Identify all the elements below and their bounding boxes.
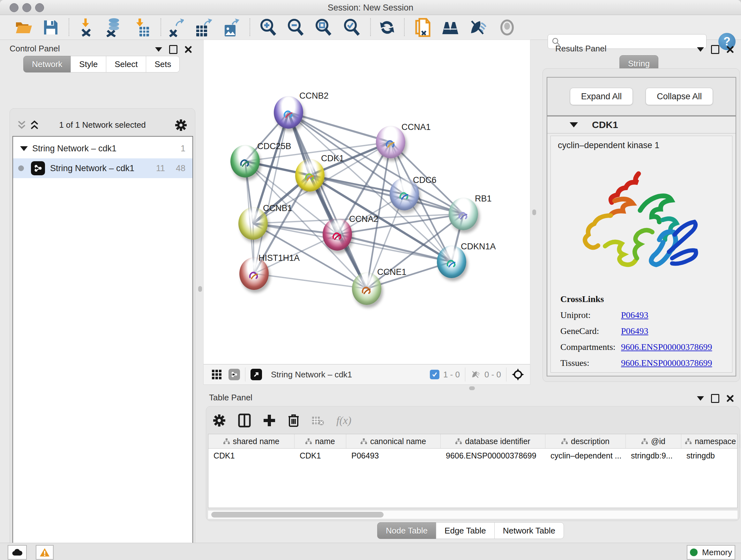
- grid-view-icon[interactable]: [211, 369, 222, 380]
- network-node-CDC25B[interactable]: [230, 145, 260, 178]
- network-node-CDK1[interactable]: [295, 159, 325, 192]
- add-column-icon[interactable]: [263, 414, 276, 427]
- column-header-namespace[interactable]: namespace: [681, 434, 740, 448]
- network-badge-icon[interactable]: [228, 369, 240, 380]
- network-edge[interactable]: [337, 234, 452, 262]
- import-network-database-button[interactable]: [104, 17, 123, 37]
- maximize-panel-icon[interactable]: [711, 394, 719, 403]
- cloud-status-button[interactable]: [8, 545, 27, 560]
- table-cell[interactable]: cyclin–dependent ...: [545, 449, 626, 462]
- table-cell[interactable]: CDK1: [294, 449, 346, 462]
- network-collection-row[interactable]: String Network – cdk1 1: [13, 138, 192, 159]
- table-cell[interactable]: stringdb: [681, 449, 740, 462]
- import-network-file-button[interactable]: [77, 17, 96, 37]
- maximize-panel-icon[interactable]: [711, 45, 719, 54]
- maximize-panel-icon[interactable]: [169, 45, 178, 54]
- zoom-selected-icon: [343, 18, 360, 37]
- open-in-new-icon[interactable]: [251, 369, 262, 380]
- bottom-splitter-handle[interactable]: [469, 386, 475, 390]
- tab-sets[interactable]: Sets: [146, 56, 180, 72]
- column-header-@id[interactable]: @id: [626, 434, 681, 448]
- network-row[interactable]: String Network – cdk1 11 48: [13, 159, 192, 178]
- network-node-CCNB2[interactable]: [274, 96, 303, 129]
- memory-status-dot: [690, 549, 697, 556]
- table-panel-body: f(x) shared namenamecanonical namedataba…: [206, 406, 740, 521]
- table-row[interactable]: CDK1CDK1P064939606.ENSP00000378699cyclin…: [208, 449, 737, 462]
- hide-panel-button[interactable]: [468, 17, 488, 37]
- open-session-button[interactable]: [14, 17, 34, 37]
- export-network-button[interactable]: [165, 17, 185, 37]
- crosslink-link[interactable]: 9606.ENSP00000378699: [621, 342, 712, 352]
- network-status-dot: [18, 165, 24, 171]
- zoom-out-button[interactable]: [286, 17, 306, 37]
- right-splitter-handle[interactable]: [532, 209, 536, 215]
- show-panel-button[interactable]: [497, 17, 517, 37]
- clone-network-button[interactable]: [413, 17, 433, 37]
- float-panel-icon[interactable]: [155, 47, 162, 52]
- zoom-in-button[interactable]: [258, 17, 278, 37]
- close-panel-icon[interactable]: [185, 46, 192, 53]
- close-panel-icon[interactable]: [726, 395, 734, 402]
- column-header-label: canonical name: [370, 437, 426, 446]
- network-node-RB1[interactable]: [449, 198, 478, 230]
- table-cell[interactable]: P06493: [346, 449, 441, 462]
- delete-column-icon[interactable]: [288, 414, 299, 428]
- tab-style[interactable]: Style: [71, 56, 106, 72]
- network-node-CCNA1[interactable]: [376, 126, 405, 159]
- float-panel-icon[interactable]: [697, 396, 704, 401]
- table-cell[interactable]: 9606.ENSP00000378699: [441, 449, 545, 462]
- column-type-icon: [642, 438, 648, 444]
- results-panel-buttons: [697, 45, 734, 54]
- crosslink-link[interactable]: P06493: [621, 326, 649, 336]
- expand-all-button[interactable]: Expand All: [570, 88, 633, 105]
- column-type-icon: [561, 438, 568, 444]
- save-session-button[interactable]: [41, 17, 61, 37]
- network-edge[interactable]: [254, 112, 288, 273]
- birds-eye-view-icon[interactable]: [512, 368, 524, 381]
- collapse-all-button[interactable]: Collapse All: [646, 88, 713, 105]
- node-details-header[interactable]: CDK1: [547, 117, 736, 133]
- crosslink-label: GeneCard:: [560, 326, 621, 336]
- column-header-database-identifier[interactable]: database identifier: [441, 434, 545, 448]
- column-header-description[interactable]: description: [545, 434, 626, 448]
- crosslink-link[interactable]: 9606.ENSP00000378699: [621, 358, 712, 368]
- float-panel-icon[interactable]: [697, 47, 704, 52]
- table-horizontal-scrollbar[interactable]: [208, 510, 738, 519]
- network-node-CCNE1[interactable]: [352, 272, 381, 305]
- import-table-file-button[interactable]: [132, 17, 152, 37]
- table-cell[interactable]: CDK1: [208, 449, 294, 462]
- tab-node-table[interactable]: Node Table: [377, 522, 436, 539]
- zoom-fit-button[interactable]: [313, 17, 333, 37]
- selected-checkbox-icon[interactable]: [430, 370, 440, 379]
- export-table-button[interactable]: [193, 17, 213, 37]
- crosslink-link[interactable]: P06493: [621, 310, 649, 320]
- tree-expander-icon[interactable]: [20, 146, 28, 151]
- network-tab-content: 1 of 1 Network selected String Network –…: [10, 108, 195, 560]
- warnings-button[interactable]: [36, 545, 54, 560]
- tab-network-table[interactable]: Network Table: [494, 522, 564, 539]
- close-panel-icon[interactable]: [726, 46, 734, 53]
- memory-button[interactable]: Memory: [687, 545, 735, 560]
- left-splitter-handle[interactable]: [198, 286, 202, 292]
- table-options-gear-icon[interactable]: [212, 414, 226, 427]
- tab-edge-table[interactable]: Edge Table: [436, 522, 495, 539]
- find-button[interactable]: [441, 17, 460, 37]
- column-header-shared-name[interactable]: shared name: [208, 434, 294, 448]
- export-image-button[interactable]: [221, 17, 241, 37]
- apply-layout-button[interactable]: [377, 17, 397, 37]
- network-edge[interactable]: [288, 112, 367, 289]
- column-type-icon: [455, 438, 462, 444]
- network-edge[interactable]: [254, 273, 367, 289]
- table-cell[interactable]: stringdb:9...: [626, 449, 681, 462]
- column-header-name[interactable]: name: [294, 434, 346, 448]
- network-canvas[interactable]: CCNB2CCNA1CDC25BCDK1CDC6RB1CCNB1CCNA2CDK…: [203, 40, 530, 364]
- tab-network[interactable]: Network: [23, 56, 71, 72]
- tab-select[interactable]: Select: [106, 56, 146, 72]
- show-columns-icon[interactable]: [238, 414, 251, 428]
- zoom-selected-button[interactable]: [342, 17, 361, 37]
- column-header-canonical-name[interactable]: canonical name: [346, 434, 441, 448]
- scrollbar-thumb[interactable]: [211, 512, 384, 517]
- network-options-gear-icon[interactable]: [175, 119, 187, 132]
- collapse-section-icon[interactable]: [569, 122, 578, 127]
- network-node-CCNA2[interactable]: [323, 218, 352, 251]
